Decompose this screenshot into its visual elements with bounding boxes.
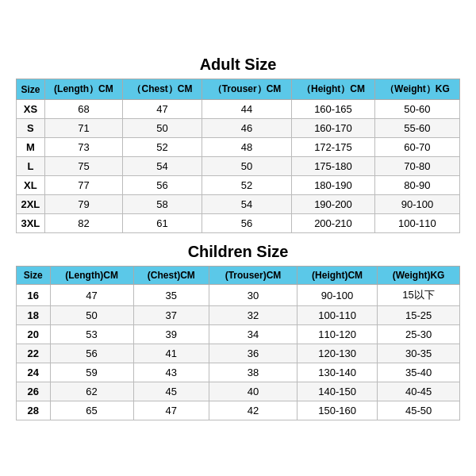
- children-size-cell: 28: [17, 401, 51, 420]
- adult-data-cell: 44: [202, 100, 291, 119]
- adult-table-row: 3XL826156200-210100-110: [17, 214, 460, 233]
- adult-data-cell: 50: [202, 157, 291, 176]
- children-data-cell: 65: [50, 401, 133, 420]
- adult-data-cell: 100-110: [374, 214, 459, 233]
- adult-data-cell: 73: [44, 138, 122, 157]
- main-container: Adult Size Size(Length）CM（Chest）CM（Trous…: [8, 43, 468, 433]
- children-data-cell: 15以下: [378, 285, 460, 306]
- adult-data-cell: 180-190: [292, 176, 375, 195]
- children-table-row: 28654742150-16045-50: [17, 401, 460, 420]
- adult-data-cell: 54: [123, 157, 202, 176]
- adult-data-cell: 52: [123, 138, 202, 157]
- adult-header-col-0: Size: [17, 79, 45, 100]
- adult-size-cell: XS: [17, 100, 45, 119]
- adult-header-col-2: （Chest）CM: [123, 79, 202, 100]
- children-header-col-0: Size: [17, 267, 51, 285]
- children-data-cell: 15-25: [378, 306, 460, 325]
- adult-data-cell: 90-100: [374, 195, 459, 214]
- children-data-cell: 39: [133, 325, 209, 344]
- adult-data-cell: 56: [202, 214, 291, 233]
- adult-data-cell: 160-165: [292, 100, 375, 119]
- adult-size-cell: 3XL: [17, 214, 45, 233]
- adult-data-cell: 190-200: [292, 195, 375, 214]
- children-size-table: Size(Length)CM(Chest)CM(Trouser)CM(Heigh…: [16, 266, 460, 420]
- adult-size-cell: S: [17, 119, 45, 138]
- children-table-row: 1647353090-10015以下: [17, 285, 460, 306]
- children-data-cell: 35-40: [378, 363, 460, 382]
- children-data-cell: 110-120: [297, 325, 377, 344]
- children-data-cell: 45: [133, 382, 209, 401]
- adult-data-cell: 52: [202, 176, 291, 195]
- adult-data-cell: 61: [123, 214, 202, 233]
- adult-data-cell: 47: [123, 100, 202, 119]
- adult-header-row: Size(Length）CM（Chest）CM（Trouser）CM（Heigh…: [17, 79, 460, 100]
- children-data-cell: 37: [133, 306, 209, 325]
- children-data-cell: 38: [209, 363, 297, 382]
- adult-data-cell: 48: [202, 138, 291, 157]
- children-data-cell: 120-130: [297, 344, 377, 363]
- children-size-cell: 26: [17, 382, 51, 401]
- adult-data-cell: 54: [202, 195, 291, 214]
- children-data-cell: 25-30: [378, 325, 460, 344]
- adult-header-col-4: （Height）CM: [292, 79, 375, 100]
- adult-data-cell: 200-210: [292, 214, 375, 233]
- adult-table-row: L755450175-18070-80: [17, 157, 460, 176]
- adult-data-cell: 77: [44, 176, 122, 195]
- children-table-row: 26624540140-15040-45: [17, 382, 460, 401]
- adult-table-row: XS684744160-16550-60: [17, 100, 460, 119]
- adult-size-cell: XL: [17, 176, 45, 195]
- children-data-cell: 53: [50, 325, 133, 344]
- adult-table-row: S715046160-17055-60: [17, 119, 460, 138]
- adult-data-cell: 79: [44, 195, 122, 214]
- adult-data-cell: 80-90: [374, 176, 459, 195]
- children-data-cell: 56: [50, 344, 133, 363]
- children-data-cell: 50: [50, 306, 133, 325]
- adult-data-cell: 175-180: [292, 157, 375, 176]
- adult-size-cell: 2XL: [17, 195, 45, 214]
- adult-data-cell: 56: [123, 176, 202, 195]
- adult-section-title: Adult Size: [16, 51, 460, 79]
- children-header-col-3: (Trouser)CM: [209, 267, 297, 285]
- adult-data-cell: 55-60: [374, 119, 459, 138]
- adult-data-cell: 75: [44, 157, 122, 176]
- children-data-cell: 130-140: [297, 363, 377, 382]
- adult-size-cell: M: [17, 138, 45, 157]
- children-data-cell: 36: [209, 344, 297, 363]
- adult-data-cell: 160-170: [292, 119, 375, 138]
- children-section-title: Children Size: [16, 238, 460, 266]
- children-data-cell: 42: [209, 401, 297, 420]
- adult-size-table: Size(Length）CM（Chest）CM（Trouser）CM（Heigh…: [16, 79, 460, 233]
- adult-data-cell: 71: [44, 119, 122, 138]
- children-header-row: Size(Length)CM(Chest)CM(Trouser)CM(Heigh…: [17, 267, 460, 285]
- children-header-col-1: (Length)CM: [50, 267, 133, 285]
- children-table-row: 20533934110-12025-30: [17, 325, 460, 344]
- adult-table-row: 2XL795854190-20090-100: [17, 195, 460, 214]
- adult-header-col-5: （Weight）KG: [374, 79, 459, 100]
- children-data-cell: 90-100: [297, 285, 377, 306]
- children-table-body: 1647353090-10015以下18503732100-11015-2520…: [17, 285, 460, 420]
- adult-data-cell: 46: [202, 119, 291, 138]
- adult-data-cell: 68: [44, 100, 122, 119]
- children-table-row: 18503732100-11015-25: [17, 306, 460, 325]
- children-data-cell: 47: [133, 401, 209, 420]
- children-data-cell: 150-160: [297, 401, 377, 420]
- adult-data-cell: 172-175: [292, 138, 375, 157]
- children-table-row: 24594338130-14035-40: [17, 363, 460, 382]
- children-table-row: 22564136120-13030-35: [17, 344, 460, 363]
- adult-table-row: XL775652180-19080-90: [17, 176, 460, 195]
- children-data-cell: 40: [209, 382, 297, 401]
- children-data-cell: 47: [50, 285, 133, 306]
- adult-data-cell: 60-70: [374, 138, 459, 157]
- adult-table-row: M735248172-17560-70: [17, 138, 460, 157]
- children-data-cell: 30-35: [378, 344, 460, 363]
- adult-data-cell: 58: [123, 195, 202, 214]
- children-data-cell: 140-150: [297, 382, 377, 401]
- children-header-col-2: (Chest)CM: [133, 267, 209, 285]
- children-size-cell: 24: [17, 363, 51, 382]
- adult-table-body: XS684744160-16550-60S715046160-17055-60M…: [17, 100, 460, 233]
- children-size-cell: 18: [17, 306, 51, 325]
- children-data-cell: 35: [133, 285, 209, 306]
- adult-size-cell: L: [17, 157, 45, 176]
- adult-data-cell: 50: [123, 119, 202, 138]
- children-size-cell: 20: [17, 325, 51, 344]
